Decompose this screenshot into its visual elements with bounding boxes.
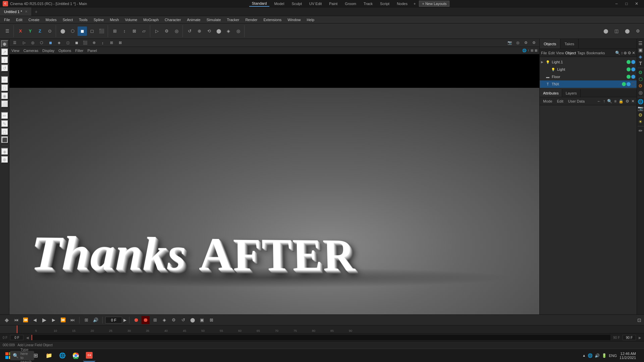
obj-row-light1[interactable]: ▶ 💡 Light.1 (540, 58, 637, 66)
toolbar-render-settings[interactable]: ⚙ (162, 26, 171, 36)
tool-rotate[interactable]: ↺ (1, 64, 8, 72)
tab-untitled1[interactable]: Untitled 1 * ✕ (0, 7, 32, 16)
tl-prev-frame[interactable]: ◀ (31, 316, 39, 324)
menu-select[interactable]: Select (60, 17, 76, 22)
obj-render-light[interactable] (631, 67, 635, 71)
toolbar-render-view[interactable]: ▷ (152, 26, 162, 36)
edge-button[interactable]: 🌐 (56, 350, 68, 362)
obj-render-tnx[interactable] (627, 82, 631, 86)
tool-pen[interactable]: ✏ (1, 112, 8, 119)
attr-nav-close[interactable]: ✕ (631, 98, 635, 104)
viewport-anim-icon[interactable]: ⚙ (523, 40, 529, 46)
attr-edit[interactable]: Edit (555, 99, 566, 104)
tl-arrow-left[interactable]: ◀ (26, 336, 29, 340)
obj-header-tags[interactable]: Tags (577, 51, 585, 55)
menu-file[interactable]: File (1, 17, 13, 22)
current-frame-input[interactable]: 0 F (105, 317, 122, 323)
tab-objects[interactable]: Objects (540, 39, 560, 49)
viewport-settings-icon[interactable]: ⚙ (531, 40, 537, 46)
tool-circle[interactable]: ○ (1, 76, 8, 83)
viewport-tc8[interactable]: ⬛ (82, 40, 89, 46)
toolbar-workplane[interactable]: ▱ (139, 26, 149, 36)
menu-create[interactable]: Create (26, 17, 42, 22)
menu-tools[interactable]: Tools (76, 17, 90, 22)
toolbar-edge-mode[interactable]: ⬡ (68, 26, 77, 36)
obj-row-floor[interactable]: ▬ Floor (540, 73, 637, 80)
chrome-button[interactable] (70, 350, 82, 362)
toolbar-motion1[interactable]: ↺ (185, 26, 194, 36)
toolbar-world-axis[interactable]: ⊙ (45, 26, 54, 36)
tl-loop-btn[interactable]: ⊞ (82, 316, 90, 324)
toolbar-display2[interactable]: ◫ (612, 26, 621, 36)
obj-vis-light[interactable] (627, 67, 631, 71)
rs-generator-icon[interactable]: ⬡ (638, 76, 644, 82)
menu-modes[interactable]: Modes (43, 17, 59, 22)
menu-mesh[interactable]: Mesh (107, 17, 122, 22)
tl-autokey[interactable]: ⏺ (132, 316, 140, 324)
subbar-r3[interactable]: ⊞ (531, 49, 533, 52)
attr-nav-up[interactable]: ↑ (602, 98, 606, 104)
tl-record[interactable]: ⏺ (142, 316, 150, 324)
layout-nodes[interactable]: Nodes (394, 1, 410, 6)
layout-track[interactable]: Track (361, 1, 375, 6)
viewport-cam-icon[interactable]: 📷 (506, 40, 513, 46)
subbar-view[interactable]: View (11, 49, 19, 53)
toolbar-motion4[interactable]: ⬤ (214, 26, 223, 36)
toolbar-y-axis[interactable]: Y (25, 26, 35, 36)
tl-go-start[interactable]: ⏮ (12, 316, 20, 324)
toolbar-texture-mode[interactable]: ⬛ (97, 26, 106, 36)
tl-curves[interactable]: ↺ (179, 316, 187, 324)
timeline-scrubber[interactable] (32, 335, 610, 340)
end-frame-input[interactable] (623, 335, 636, 340)
viewport-tc7[interactable]: ◼ (73, 40, 80, 46)
subbar-cameras[interactable]: Cameras (23, 49, 39, 53)
rs-globe-icon[interactable]: 🌐 (638, 99, 644, 105)
layout-model[interactable]: Model (271, 1, 287, 6)
menu-window[interactable]: Window (285, 17, 303, 22)
toolbar-snap[interactable]: ⊞ (110, 26, 119, 36)
toolbar-grid[interactable]: ⊠ (129, 26, 139, 36)
tab-add-button[interactable]: + (32, 7, 41, 16)
obj-row-light[interactable]: 💡 Light (540, 66, 637, 73)
layout-paint[interactable]: Paint (326, 1, 340, 6)
tl-next-frame[interactable]: ▶ (50, 316, 58, 324)
tray-sound-icon[interactable]: 🔊 (595, 353, 600, 358)
viewport-tc9[interactable]: ⊕ (91, 40, 97, 46)
obj-header-bookmarks[interactable]: Bookmarks (586, 51, 605, 55)
menu-edit[interactable]: Edit (13, 17, 25, 22)
toolbar-motion5[interactable]: ◈ (224, 26, 233, 36)
tray-battery-icon[interactable]: 🔋 (602, 353, 607, 358)
attr-nav-settings[interactable]: ⚙ (625, 98, 630, 104)
obj-header-object[interactable]: Object (565, 51, 576, 55)
search-button[interactable]: 🔍 Type here to search (16, 350, 28, 362)
obj-render-light1[interactable] (631, 60, 635, 64)
tl-extra[interactable]: ⊠ (207, 316, 215, 324)
tray-up-arrow[interactable]: ▲ (582, 354, 586, 357)
menu-simulate[interactable]: Simulate (204, 17, 224, 22)
viewport[interactable]: ☰ ▷ ◎ ⬡ ◼ ◈ ◻ ◼ ⬛ ⊕ ↕ ⊞ ⊠ 📷 ◎ ⚙ ⚙ (9, 39, 539, 314)
tool-knife[interactable]: ◈ (1, 148, 8, 155)
menu-mograph[interactable]: MoGraph (141, 17, 161, 22)
obj-close-icon[interactable]: ✕ (632, 51, 635, 55)
close-button[interactable]: ✕ (632, 0, 641, 7)
new-layout-button[interactable]: + New Layouts (419, 1, 449, 7)
maximize-button[interactable]: □ (622, 0, 631, 7)
layout-sculpt[interactable]: Sculpt (289, 1, 305, 6)
tool-select[interactable]: ⊕ (1, 40, 8, 48)
tl-play[interactable]: ▶ (40, 316, 48, 324)
rs-deformer-icon[interactable]: ⚙ (638, 83, 644, 89)
obj-render-floor[interactable] (631, 75, 635, 79)
toolbar-menu-btn[interactable]: ☰ (3, 26, 12, 36)
frame-arrow-right[interactable]: ▶ (123, 318, 126, 322)
playhead[interactable] (17, 325, 17, 333)
viewport-tc12[interactable]: ⊠ (117, 40, 123, 46)
viewport-render-icon[interactable]: ◎ (515, 40, 521, 46)
tool-brush[interactable]: ✎ (1, 120, 8, 127)
tl-prev-key[interactable]: ⏪ (21, 316, 30, 324)
menu-character[interactable]: Character (162, 17, 183, 22)
menu-render[interactable]: Render (243, 17, 260, 22)
tl-go-end[interactable]: ⏭ (68, 316, 76, 324)
menu-volume[interactable]: Volume (122, 17, 140, 22)
subbar-r4[interactable]: ⊠ (535, 49, 537, 52)
obj-vis-floor[interactable] (627, 75, 631, 79)
